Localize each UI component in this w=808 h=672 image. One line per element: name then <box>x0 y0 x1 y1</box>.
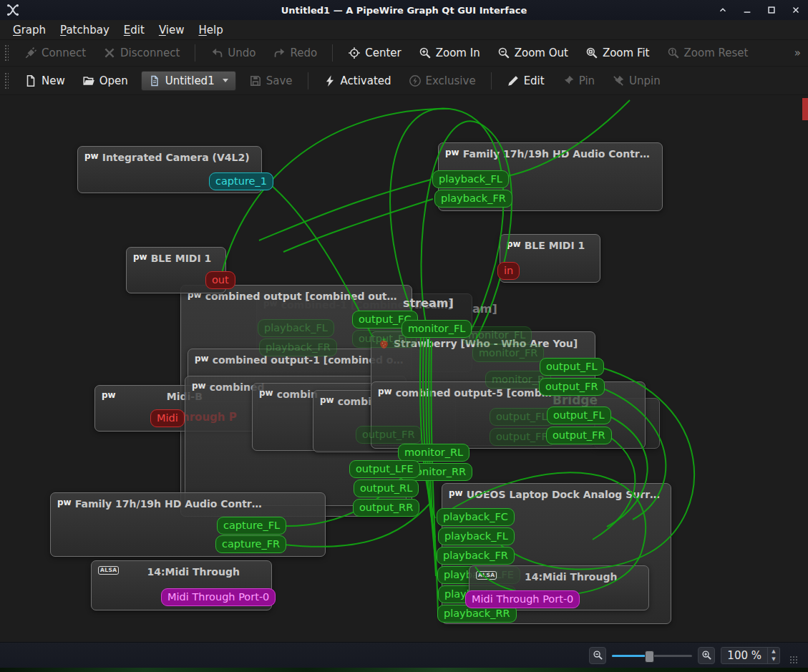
toolbar-button-label: Edit <box>524 74 545 87</box>
toolbar-button-edit[interactable]: Edit <box>500 72 551 90</box>
menu-mnemonic: H <box>198 24 206 36</box>
graph-port-playback-fc[interactable]: playback_FC <box>437 508 515 526</box>
zoom-in-button[interactable] <box>698 647 715 664</box>
resize-grip[interactable] <box>789 655 798 664</box>
graph-port-monitor-fr[interactable]: monitor_FR <box>472 344 544 362</box>
toolbar-button-label: Zoom In <box>436 47 480 59</box>
zoom-fit-icon <box>585 47 598 59</box>
toolbar-button-zoom-fit[interactable]: Zoom Fit <box>579 44 656 62</box>
combo-value: Untitled1 <box>165 74 215 87</box>
pipewire-badge-icon: pw <box>57 498 72 507</box>
menu-help[interactable]: Help <box>191 21 230 39</box>
graph-port-output-rr[interactable]: output_RR <box>353 499 419 517</box>
graph-port-capture-1[interactable]: capture_1 <box>209 172 273 190</box>
graph-port-in[interactable]: in <box>497 262 520 280</box>
undo-icon <box>210 47 223 59</box>
zoom-value: 100 % <box>721 649 767 662</box>
toolbar-button-label: Undo <box>228 47 255 59</box>
pipewire-badge-icon: pw <box>445 148 459 157</box>
graph-port-playback-fr[interactable]: playback_FR <box>259 339 337 356</box>
disconnect-icon <box>103 47 116 59</box>
zoom-spin-up[interactable]: ▲ <box>768 648 779 656</box>
occluded-text-fragment: stream] <box>403 296 454 310</box>
shade-window-button[interactable] <box>718 5 728 15</box>
zoom-in-icon <box>419 47 432 59</box>
zoom-out-button[interactable] <box>589 647 606 664</box>
menu-label-rest: elp <box>207 24 223 36</box>
toolbar-button-label: Zoom Reset <box>684 47 749 59</box>
connect-icon <box>24 47 37 59</box>
canvas-edge-artifact <box>802 98 808 120</box>
graph-port-midi-through-port-0[interactable]: Midi Through Port-0 <box>161 588 276 606</box>
alsa-badge-icon: ALSA <box>476 571 497 580</box>
toolbar-button-label: Zoom Fit <box>603 47 650 59</box>
graph-port-output-fl[interactable]: output_FL <box>540 358 604 376</box>
pipewire-badge-icon: pw <box>449 489 463 497</box>
toolbar-button-label: Activated <box>341 74 391 87</box>
node-title-bar: ALSA14:Midi Through <box>469 566 648 583</box>
node-title: Family 17h/19h HD Audio Contr… <box>75 498 262 510</box>
menu-graph[interactable]: Graph <box>6 21 53 39</box>
center-icon <box>348 47 361 59</box>
zoom-spinbox[interactable]: 100 % ▲ ▼ <box>721 647 780 664</box>
toolbar-button-open[interactable]: Open <box>76 72 135 90</box>
toolbar-button-new[interactable]: New <box>18 72 72 90</box>
graph-port-capture-fr[interactable]: capture_FR <box>215 535 286 553</box>
node-title-bar: ALSA14:Midi Through <box>92 561 271 578</box>
graph-port-monitor-fl[interactable]: monitor_FL <box>462 326 532 344</box>
patchbay-profile-combo[interactable]: Untitled1 <box>141 71 236 91</box>
toolbar-button-exclusive: Exclusive <box>402 72 482 90</box>
menu-edit[interactable]: Edit <box>117 21 152 39</box>
graph-port-capture-fl[interactable]: capture_FL <box>217 517 286 535</box>
toolbar-overflow-chevron[interactable]: » <box>794 47 801 59</box>
graph-port-monitor-fl[interactable]: monitor_FL <box>401 320 472 338</box>
graph-port-output-fr[interactable]: output_FR <box>356 426 422 444</box>
zoom-spin-down[interactable]: ▼ <box>768 656 779 663</box>
pipewire-badge-icon: pw <box>102 391 116 399</box>
graph-port-output-fr[interactable]: output_FR <box>539 378 605 396</box>
menu-patchbay[interactable]: Patchbay <box>53 21 117 39</box>
menu-mnemonic: G <box>13 24 21 36</box>
graph-port-output-lfe[interactable]: output_LFE <box>349 460 420 478</box>
graph-port-output-fl[interactable]: output_FL <box>490 408 554 426</box>
menu-view[interactable]: View <box>152 21 192 39</box>
toolbar-button-disconnect: Disconnect <box>97 44 186 62</box>
toolbar-button-label: Connect <box>42 47 86 59</box>
pipewire-badge-icon: pw <box>84 152 99 160</box>
zoom-slider-handle[interactable] <box>645 651 654 663</box>
minimize-window-button[interactable] <box>742 5 752 15</box>
graph-port-midi[interactable]: Midi <box>150 409 185 427</box>
occluded-text-fragment: am] <box>472 302 497 316</box>
zoom-reset-icon <box>667 47 680 59</box>
pipewire-badge-icon: pw <box>507 240 521 248</box>
toolbar-button-zoom-out[interactable]: Zoom Out <box>491 44 575 62</box>
toolbar-drag-handle[interactable] <box>4 72 9 89</box>
toolbar-button-label: Center <box>365 47 401 59</box>
node-title-bar: pwBLE MIDI 1 <box>127 248 225 264</box>
toolbar-drag-handle[interactable] <box>4 44 9 62</box>
node-title: combi <box>338 396 371 407</box>
graph-port-playback-fl[interactable]: playback_FL <box>438 527 515 545</box>
pencil-icon <box>507 74 520 87</box>
toolbar-button-zoom-in[interactable]: Zoom In <box>412 44 487 62</box>
graph-port-midi-through-port-0[interactable]: Midi Through Port-0 <box>465 590 580 608</box>
close-window-button[interactable] <box>791 5 801 15</box>
toolbar-button-unpin: Unpin <box>605 72 667 90</box>
toolbar-button-activated[interactable]: Activated <box>317 72 398 90</box>
graph-port-monitor-rl[interactable]: monitor_RL <box>398 444 469 462</box>
title-bar: Untitled1 — A PipeWire Graph Qt GUI Inte… <box>0 0 808 20</box>
graph-port-output-rl[interactable]: output_RL <box>354 479 419 497</box>
maximize-window-button[interactable] <box>766 5 777 15</box>
graph-port-output-fl[interactable]: output_FL <box>547 406 611 424</box>
graph-port-playback-fr[interactable]: playback_FR <box>434 190 512 208</box>
graph-port-output-fr[interactable]: output_FR <box>546 427 612 444</box>
graph-port-playback-fl[interactable]: playback_FL <box>432 170 509 188</box>
toolbar-button-center[interactable]: Center <box>341 44 408 62</box>
zoom-slider[interactable] <box>612 648 692 663</box>
graph-port-out[interactable]: out <box>205 271 235 289</box>
node-title-bar: pwIntegrated Camera (V4L2) <box>78 147 261 163</box>
graph-port-output-fr[interactable]: output_FR <box>490 428 555 446</box>
graph-port-playback-fr[interactable]: playback_FR <box>437 547 515 565</box>
node-title-bar: pwFamily 17h/19h HD Audio Contr… <box>51 493 325 510</box>
graph-port-playback-fl[interactable]: playback_FL <box>258 319 334 337</box>
